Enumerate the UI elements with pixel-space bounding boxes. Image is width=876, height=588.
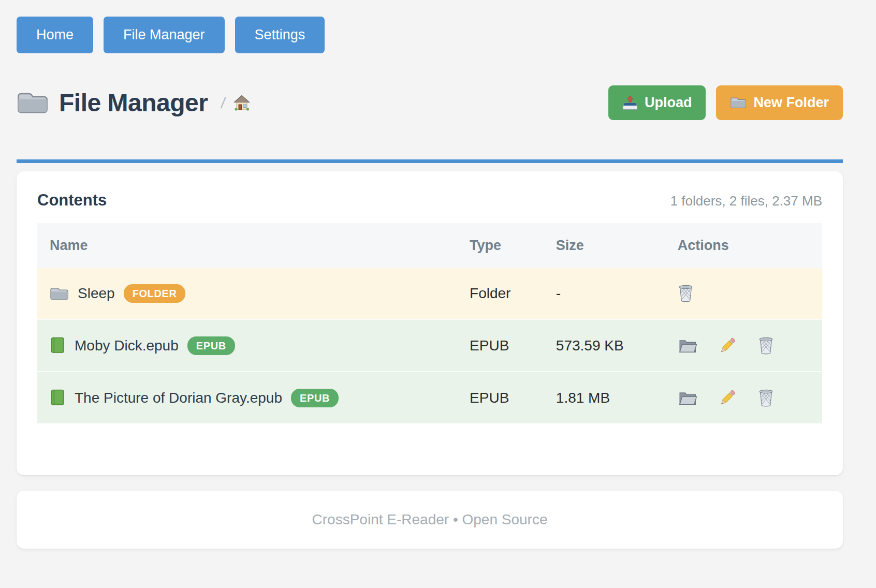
breadcrumb-home-link[interactable]	[233, 95, 251, 111]
folder-icon	[50, 286, 69, 302]
open-button[interactable]	[678, 337, 697, 354]
epub-book-icon	[50, 337, 66, 354]
actions-cell	[678, 388, 810, 407]
column-header-name: Name	[37, 223, 457, 268]
epub-book-icon	[50, 389, 66, 406]
open-folder-icon	[678, 337, 697, 354]
edit-icon	[718, 388, 737, 407]
header-actions: Upload New Folder	[608, 85, 843, 120]
delete-button[interactable]	[758, 389, 774, 407]
delete-icon	[678, 284, 694, 303]
table-row-moby-dick: Moby Dick.epub EPUB EPUB 573.59 KB	[37, 319, 822, 372]
size-cell: -	[544, 268, 665, 319]
file-name: Moby Dick.epub	[75, 337, 179, 354]
open-button[interactable]	[678, 390, 697, 406]
column-header-type: Type	[457, 223, 544, 268]
type-cell: Folder	[457, 268, 544, 319]
epub-badge: EPUB	[291, 389, 339, 407]
contents-heading: Contents	[37, 191, 107, 210]
delete-button[interactable]	[678, 284, 694, 303]
page-header: File Manager /	[17, 85, 843, 120]
type-cell: EPUB	[457, 319, 544, 372]
edit-icon	[718, 336, 737, 355]
nav-file-manager-button[interactable]: File Manager	[104, 17, 225, 53]
page-container: Home File Manager Settings File Manager …	[17, 0, 843, 549]
file-manager-icon	[17, 90, 49, 116]
home-icon	[233, 95, 251, 111]
table-row-folder-sleep: Sleep FOLDER Folder -	[37, 268, 822, 319]
new-folder-button-label: New Folder	[753, 96, 829, 110]
footer-text: CrossPoint E-Reader • Open Source	[312, 511, 548, 527]
table-row-dorian-gray: The Picture of Dorian Gray.epub EPUB EPU…	[37, 372, 822, 423]
footer-card: CrossPoint E-Reader • Open Source	[17, 491, 843, 549]
edit-button[interactable]	[718, 336, 737, 355]
contents-stats: 1 folders, 2 files, 2.37 MB	[670, 193, 822, 209]
breadcrumb: /	[221, 94, 250, 112]
upload-button-label: Upload	[645, 96, 692, 110]
top-nav: Home File Manager Settings	[17, 0, 843, 53]
breadcrumb-separator: /	[220, 94, 227, 112]
page-title: File Manager	[17, 89, 208, 117]
column-header-size: Size	[544, 223, 665, 268]
name-cell: Moby Dick.epub EPUB	[50, 336, 445, 355]
new-folder-button[interactable]: New Folder	[716, 85, 843, 120]
contents-card-header: Contents 1 folders, 2 files, 2.37 MB	[37, 191, 822, 210]
delete-button[interactable]	[758, 336, 774, 355]
contents-card: Contents 1 folders, 2 files, 2.37 MB Nam…	[17, 171, 843, 475]
title-divider	[17, 159, 843, 163]
delete-icon	[758, 336, 774, 355]
new-folder-icon	[730, 96, 747, 110]
nav-home-button[interactable]: Home	[17, 17, 93, 53]
column-header-actions: Actions	[665, 223, 822, 268]
name-cell: The Picture of Dorian Gray.epub EPUB	[50, 389, 445, 407]
upload-button[interactable]: Upload	[608, 85, 706, 120]
file-name: The Picture of Dorian Gray.epub	[75, 390, 282, 406]
open-folder-icon	[678, 390, 697, 406]
delete-icon	[758, 389, 774, 407]
upload-icon	[622, 95, 638, 110]
folder-badge: FOLDER	[124, 284, 186, 303]
edit-button[interactable]	[718, 388, 737, 407]
epub-badge: EPUB	[187, 336, 235, 355]
page-title-text: File Manager	[59, 89, 208, 117]
nav-settings-button[interactable]: Settings	[235, 17, 325, 53]
folder-name-link[interactable]: Sleep	[78, 285, 115, 302]
file-table: Name Type Size Actions	[37, 223, 822, 423]
table-header-row: Name Type Size Actions	[37, 223, 822, 268]
name-cell: Sleep FOLDER	[50, 284, 445, 303]
actions-cell	[678, 284, 810, 303]
size-cell: 1.81 MB	[544, 372, 665, 423]
size-cell: 573.59 KB	[544, 319, 665, 372]
actions-cell	[678, 336, 810, 355]
type-cell: EPUB	[457, 372, 544, 423]
